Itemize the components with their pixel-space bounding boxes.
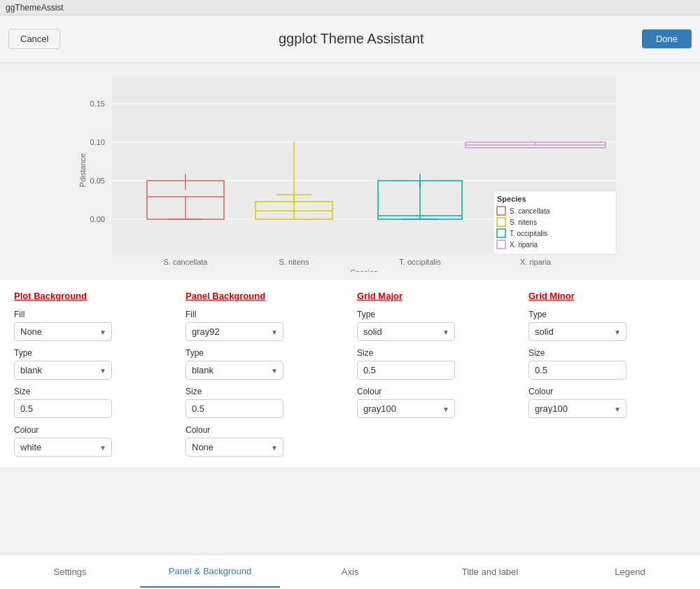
nav-axis[interactable]: Axis xyxy=(280,557,420,587)
nav-settings[interactable]: Settings xyxy=(0,557,140,587)
title-bar: ggThemeAssist xyxy=(0,0,700,15)
panel-fill-dropdown-wrapper: gray92 None white gray100 xyxy=(186,322,284,341)
header: Cancel ggplot Theme Assistant Done xyxy=(0,15,700,63)
plot-colour-dropdown-wrapper: white None gray92 gray100 xyxy=(14,438,112,457)
panel-type-label: Type xyxy=(186,348,343,358)
svg-text:X. riparia: X. riparia xyxy=(510,241,538,249)
panel-background-title[interactable]: Panel Background xyxy=(186,291,343,301)
grid-minor-section: Grid Minor Type solid blank dashed dotte… xyxy=(528,291,686,457)
grid-minor-type-dropdown-wrapper: solid blank dashed dotted xyxy=(528,322,626,341)
panel-colour-select[interactable]: None white gray92 gray100 xyxy=(186,438,284,457)
grid-minor-colour-select[interactable]: gray100 white None gray92 xyxy=(528,399,626,418)
svg-text:X. riparia: X. riparia xyxy=(520,258,552,266)
grid-minor-colour-dropdown-wrapper: gray100 white None gray92 xyxy=(528,399,626,418)
svg-text:T. occipitalis: T. occipitalis xyxy=(510,230,547,237)
grid-major-colour-label: Colour xyxy=(357,387,514,396)
plot-colour-select[interactable]: white None gray92 gray100 xyxy=(14,438,112,457)
svg-text:S. cancellata: S. cancellata xyxy=(510,207,550,215)
controls-area: Plot Background Fill None white gray92 g… xyxy=(0,280,700,467)
chart-svg: 0.00 0.05 0.10 0.15 Pdistance S. cancell… xyxy=(77,72,623,272)
svg-text:0.05: 0.05 xyxy=(90,176,105,185)
page-title: ggplot Theme Assistant xyxy=(60,31,641,47)
plot-size-input[interactable] xyxy=(14,399,112,418)
plot-fill-select[interactable]: None white gray92 gray100 xyxy=(14,322,112,341)
panel-fill-select[interactable]: gray92 None white gray100 xyxy=(186,322,284,341)
app-title: ggThemeAssist xyxy=(6,3,64,13)
plot-type-select[interactable]: blank solid dashed dotted xyxy=(14,361,112,380)
panel-type-dropdown-wrapper: blank solid dashed dotted xyxy=(186,361,284,380)
done-button[interactable]: Done xyxy=(642,29,692,48)
panel-size-input[interactable] xyxy=(186,399,284,418)
panel-colour-dropdown-wrapper: None white gray92 gray100 xyxy=(186,438,284,457)
grid-major-colour-select[interactable]: gray100 white None gray92 xyxy=(357,399,455,418)
svg-text:S. nitens: S. nitens xyxy=(510,219,537,226)
nav-legend[interactable]: Legend xyxy=(560,557,700,587)
svg-text:T. occipitalis: T. occipitalis xyxy=(399,258,441,266)
grid-minor-title[interactable]: Grid Minor xyxy=(528,291,686,301)
plot-background-title[interactable]: Plot Background xyxy=(14,291,172,301)
plot-background-section: Plot Background Fill None white gray92 g… xyxy=(14,291,172,457)
grid-major-colour-dropdown-wrapper: gray100 white None gray92 xyxy=(357,399,455,418)
panel-fill-label: Fill xyxy=(186,310,343,319)
grid-major-size-input[interactable] xyxy=(357,361,455,380)
svg-text:Pdistance: Pdistance xyxy=(78,153,87,186)
plot-type-label: Type xyxy=(14,348,172,358)
grid-major-type-label: Type xyxy=(357,310,514,319)
panel-background-section: Panel Background Fill gray92 None white … xyxy=(186,291,343,457)
plot-fill-label: Fill xyxy=(14,310,172,319)
grid-major-type-dropdown-wrapper: solid blank dashed dotted xyxy=(357,322,455,341)
panel-colour-label: Colour xyxy=(186,425,343,435)
grid-major-title[interactable]: Grid Major xyxy=(357,291,514,301)
plot-type-dropdown-wrapper: blank solid dashed dotted xyxy=(14,361,112,380)
cancel-button[interactable]: Cancel xyxy=(8,29,60,49)
grid-major-type-select[interactable]: solid blank dashed dotted xyxy=(357,322,455,341)
grid-minor-colour-label: Colour xyxy=(528,387,686,396)
plot-size-label: Size xyxy=(14,387,172,396)
svg-text:S. cancellata: S. cancellata xyxy=(164,258,209,266)
grid-minor-size-input[interactable] xyxy=(528,361,626,380)
svg-text:0.00: 0.00 xyxy=(90,215,105,223)
svg-text:S. nitens: S. nitens xyxy=(279,258,309,266)
svg-text:Species: Species xyxy=(350,268,378,272)
grid-minor-size-label: Size xyxy=(528,348,686,358)
svg-text:0.10: 0.10 xyxy=(90,138,105,146)
grid-minor-type-select[interactable]: solid blank dashed dotted xyxy=(528,322,626,341)
panel-size-label: Size xyxy=(186,387,343,396)
bottom-nav: Settings Panel & Background Axis Title a… xyxy=(0,554,700,589)
svg-text:0.15: 0.15 xyxy=(90,99,105,108)
grid-minor-type-label: Type xyxy=(528,310,686,319)
svg-text:Species: Species xyxy=(497,195,526,203)
plot-fill-dropdown-wrapper: None white gray92 gray100 xyxy=(14,322,112,341)
plot-colour-label: Colour xyxy=(14,425,172,435)
controls-grid: Plot Background Fill None white gray92 g… xyxy=(14,291,686,457)
grid-major-size-label: Size xyxy=(357,348,514,358)
panel-type-select[interactable]: blank solid dashed dotted xyxy=(186,361,284,380)
nav-title-label[interactable]: Title and label xyxy=(420,557,560,587)
grid-major-section: Grid Major Type solid blank dashed dotte… xyxy=(357,291,514,457)
chart-area: 0.00 0.05 0.10 0.15 Pdistance S. cancell… xyxy=(0,63,700,280)
nav-panel-background[interactable]: Panel & Background xyxy=(140,556,280,588)
